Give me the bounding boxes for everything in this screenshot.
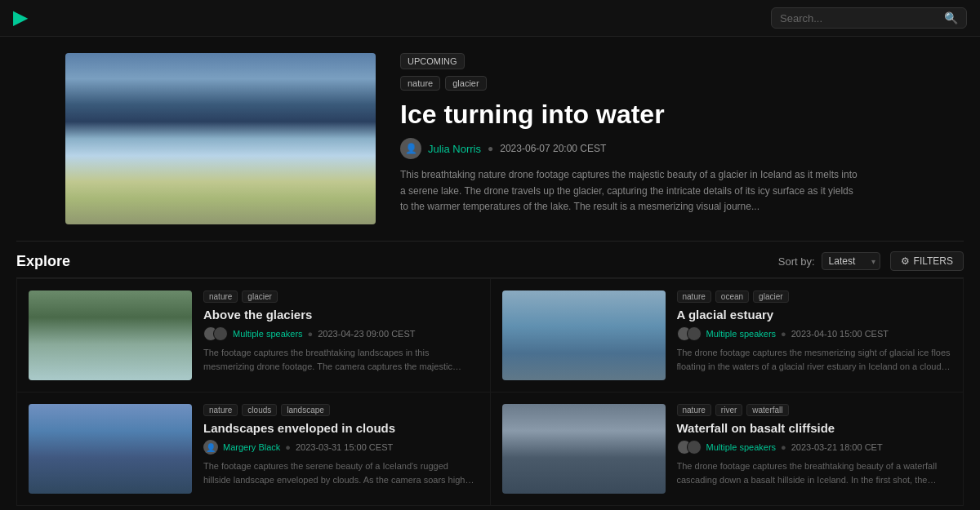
- card-tag-nature-2: nature: [203, 404, 238, 416]
- tag-nature[interactable]: nature: [400, 76, 440, 91]
- card-meta-1: Multiple speakers ● 2023-04-10 15:00 CES…: [677, 326, 952, 341]
- sort-label: Sort by:: [778, 255, 815, 268]
- multi-avatar-0: [203, 326, 228, 341]
- card-desc-2: The footage captures the serene beauty o…: [203, 459, 479, 486]
- card-title-1: A glacial estuary: [677, 308, 952, 322]
- card-dot-0: ●: [308, 329, 314, 339]
- card-dot-1: ●: [781, 329, 786, 339]
- card-content-2: nature clouds landscape Landscapes envel…: [203, 404, 479, 494]
- card-date-1: 2023-04-10 15:00 CEST: [791, 329, 889, 339]
- card-date-2: 2023-03-31 15:00 CEST: [296, 442, 393, 452]
- card-content-0: nature glacier Above the glaciers Multip…: [203, 290, 479, 380]
- card-title-2: Landscapes enveloped in clouds: [203, 421, 479, 435]
- filters-label: FILTERS: [914, 255, 953, 267]
- hero-image: [65, 53, 376, 224]
- card-content-3: nature river waterfall Waterfall on basa…: [677, 404, 952, 494]
- hero-tags: nature glacier: [400, 76, 915, 91]
- search-icon[interactable]: 🔍: [944, 11, 958, 24]
- explore-header: Explore Sort by: Latest Popular Oldest ⚙…: [0, 242, 980, 277]
- card-meta-3: Multiple speakers ● 2023-03-21 18:00 CET: [677, 440, 952, 455]
- hero-section: UPCOMING nature glacier Ice turning into…: [0, 37, 980, 241]
- author-name[interactable]: Julia Norris: [428, 143, 481, 155]
- filters-button[interactable]: ⚙ FILTERS: [890, 251, 964, 271]
- card-thumb-1: [502, 290, 666, 380]
- header: ▶ 🔍: [0, 0, 980, 37]
- card-tag-nature-1: nature: [677, 290, 711, 303]
- sort-select[interactable]: Latest Popular Oldest: [822, 252, 880, 270]
- card-dot-2: ●: [285, 442, 291, 452]
- card-tag-glacier: glacier: [242, 290, 277, 303]
- card-date-0: 2023-04-23 09:00 CEST: [318, 329, 415, 339]
- upcoming-badge: UPCOMING: [400, 53, 465, 69]
- card-above-glaciers[interactable]: nature glacier Above the glaciers Multip…: [17, 279, 490, 392]
- hero-date: 2023-06-07 20:00 CEST: [500, 143, 606, 154]
- card-content-1: nature ocean glacier A glacial estuary M…: [677, 290, 952, 380]
- card-author-0: Multiple speakers: [233, 329, 303, 339]
- card-title-0: Above the glaciers: [203, 308, 479, 322]
- card-meta-2: 👤 Margery Black ● 2023-03-31 15:00 CEST: [203, 440, 479, 455]
- card-tag-ocean: ocean: [715, 290, 749, 303]
- card-tag-river: river: [715, 404, 742, 416]
- hero-title: Ice turning into water: [400, 99, 915, 130]
- card-waterfall-basalt[interactable]: nature river waterfall Waterfall on basa…: [491, 392, 964, 505]
- tag-glacier[interactable]: glacier: [445, 76, 486, 91]
- card-title-3: Waterfall on basalt cliffside: [677, 421, 952, 435]
- card-tag-glacier-1: glacier: [753, 290, 788, 303]
- card-landscapes-clouds[interactable]: nature clouds landscape Landscapes envel…: [17, 392, 490, 505]
- avatar: 👤: [400, 138, 421, 159]
- card-dot-3: ●: [781, 442, 786, 452]
- card-tag-nature: nature: [203, 290, 238, 303]
- card-meta-0: Multiple speakers ● 2023-04-23 09:00 CES…: [203, 326, 479, 341]
- hero-meta: 👤 Julia Norris ● 2023-06-07 20:00 CEST: [400, 138, 915, 159]
- card-thumb-3: [502, 404, 666, 494]
- multi-avatar-1: [677, 326, 702, 341]
- card-desc-0: The footage captures the breathtaking la…: [203, 346, 479, 373]
- card-tag-landscape: landscape: [281, 404, 330, 416]
- card-desc-1: The drone footage captures the mesmerizi…: [677, 346, 952, 373]
- card-author-3: Multiple speakers: [706, 442, 777, 452]
- multi-avatar-3: [677, 440, 702, 455]
- card-author-2: Margery Black: [223, 442, 280, 452]
- card-glacial-estuary[interactable]: nature ocean glacier A glacial estuary M…: [491, 279, 964, 392]
- logo-icon[interactable]: ▶: [13, 7, 27, 29]
- avatar-2: 👤: [203, 440, 218, 455]
- card-tag-waterfall: waterfall: [746, 404, 788, 416]
- explore-grid: nature glacier Above the glaciers Multip…: [16, 278, 964, 506]
- card-thumb-2: [29, 404, 192, 494]
- hero-content: UPCOMING nature glacier Ice turning into…: [376, 53, 915, 215]
- dot: ●: [488, 143, 493, 154]
- card-date-3: 2023-03-21 18:00 CET: [791, 442, 883, 452]
- card-tag-clouds: clouds: [242, 404, 277, 416]
- card-author-1: Multiple speakers: [706, 329, 777, 339]
- search-input[interactable]: [780, 12, 944, 24]
- hero-description: This breathtaking nature drone footage c…: [400, 167, 858, 215]
- filter-icon: ⚙: [901, 255, 910, 267]
- card-thumb-0: [29, 290, 192, 380]
- explore-title: Explore: [16, 253, 70, 270]
- card-tag-nature-3: nature: [677, 404, 711, 416]
- search-bar: 🔍: [771, 7, 967, 29]
- sort-row: Sort by: Latest Popular Oldest: [778, 252, 880, 270]
- card-desc-3: The drone footage captures the breathtak…: [677, 459, 952, 486]
